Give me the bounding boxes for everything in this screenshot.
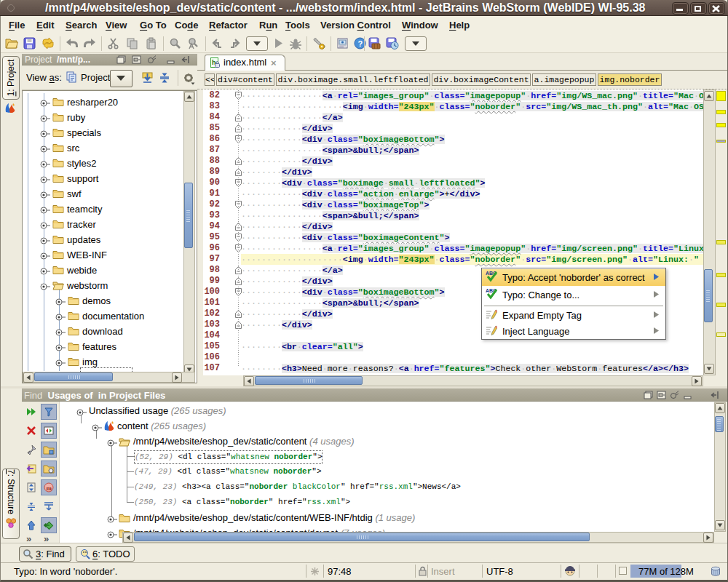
svg-text:?: ? <box>358 39 363 48</box>
svg-text:m: m <box>47 485 52 492</box>
